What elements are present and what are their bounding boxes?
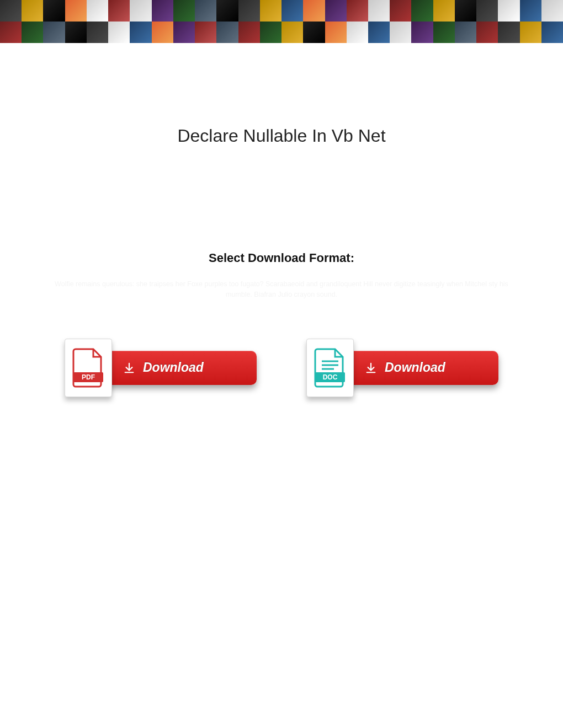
page-title: Declare Nullable In Vb Net [0,126,563,146]
download-pdf[interactable]: PDF Download [65,339,257,397]
download-doc-label: Download [385,360,445,375]
doc-file-icon: DOC [306,339,354,397]
download-options: PDF Download DOC Do [0,339,563,397]
download-arrow-icon [365,362,377,374]
pdf-file-icon: PDF [65,339,112,397]
faint-filler-text: Wolfie remains querulous: she traipses h… [44,279,519,300]
download-doc-button[interactable]: Download [344,351,498,385]
download-pdf-button[interactable]: Download [102,351,257,385]
download-arrow-icon [123,362,135,374]
download-doc[interactable]: DOC Download [306,339,498,397]
doc-format-label: DOC [323,373,338,381]
pdf-format-label: PDF [82,373,95,381]
top-banner: // generate 26 columns × 2 rows of mosai… [0,0,563,43]
download-pdf-label: Download [143,360,204,375]
download-format-heading: Select Download Format: [0,251,563,265]
